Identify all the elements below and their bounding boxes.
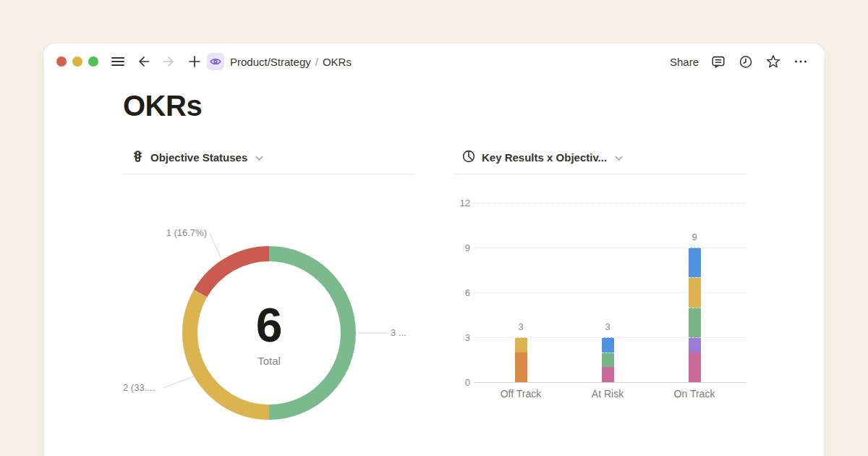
gridline bbox=[474, 292, 746, 293]
y-axis-tick: 6 bbox=[452, 288, 470, 297]
donut-total-value: 6 bbox=[197, 301, 341, 349]
y-axis-tick: 0 bbox=[452, 378, 470, 387]
chart-title: Key Results x Objectiv... bbox=[482, 151, 607, 164]
chevron-down-icon bbox=[255, 151, 263, 164]
sidebar-toggle-icon[interactable] bbox=[110, 53, 126, 70]
minimize-window-button[interactable] bbox=[72, 56, 82, 67]
toolbar-actions: Share bbox=[670, 53, 809, 70]
x-axis-category-label: On Track bbox=[674, 388, 715, 400]
gridline bbox=[474, 382, 746, 383]
comments-icon[interactable] bbox=[710, 53, 726, 70]
app-window: Product/Strategy / OKRs Share OKRs Ob bbox=[43, 43, 825, 456]
breadcrumb-current[interactable]: OKRs bbox=[323, 56, 352, 68]
chart-title: Objective Statuses bbox=[150, 151, 247, 164]
bar-segment[interactable] bbox=[602, 337, 614, 352]
bar-segment[interactable] bbox=[515, 352, 527, 382]
chart-divider bbox=[122, 174, 415, 174]
bar-total-label: 3 bbox=[605, 321, 610, 332]
stacked-bar-chart: 0369123Off Track3At Risk9On Track bbox=[452, 195, 746, 413]
y-axis-tick: 12 bbox=[452, 198, 470, 208]
y-axis-tick: 3 bbox=[452, 333, 470, 342]
donut-chart: 6 Total 3 ... 2 (33.... 1 (16.7%) bbox=[122, 181, 415, 427]
x-axis-category-label: Off Track bbox=[501, 388, 542, 400]
bar-segment[interactable] bbox=[689, 352, 701, 382]
share-button[interactable]: Share bbox=[670, 56, 699, 68]
chevron-down-icon bbox=[615, 151, 623, 164]
close-window-button[interactable] bbox=[56, 56, 67, 67]
forward-icon[interactable] bbox=[161, 53, 176, 70]
breadcrumb: Product/Strategy / OKRs bbox=[230, 56, 352, 68]
bar-total-label: 9 bbox=[692, 232, 697, 242]
window-controls bbox=[56, 56, 98, 67]
page-title[interactable]: OKRs bbox=[123, 90, 202, 122]
bar-segment[interactable] bbox=[689, 277, 701, 307]
traffic-light-icon bbox=[132, 150, 144, 165]
bar-segment[interactable] bbox=[602, 352, 614, 368]
y-axis-tick: 9 bbox=[452, 243, 470, 253]
x-axis-category-label: At Risk bbox=[592, 388, 624, 400]
zoom-window-button[interactable] bbox=[88, 56, 98, 67]
bar-segment[interactable] bbox=[689, 337, 701, 352]
donut-callout-yellow: 2 (33.... bbox=[123, 382, 155, 393]
new-page-icon[interactable] bbox=[187, 53, 203, 70]
updates-clock-icon[interactable] bbox=[738, 53, 754, 70]
more-options-icon[interactable] bbox=[793, 53, 809, 70]
gridline bbox=[474, 248, 746, 248]
bar-segment[interactable] bbox=[689, 248, 701, 277]
breadcrumb-separator: / bbox=[315, 56, 318, 68]
donut-callout-green: 3 ... bbox=[391, 327, 407, 338]
bar-segment[interactable] bbox=[602, 367, 614, 382]
chart-header-objective-statuses[interactable]: Objective Statuses bbox=[132, 148, 263, 166]
bar-segment[interactable] bbox=[689, 308, 701, 337]
donut-total-label: Total bbox=[197, 355, 341, 367]
bar-total-label: 3 bbox=[518, 321, 523, 332]
favorite-star-icon[interactable] bbox=[765, 53, 781, 70]
back-icon[interactable] bbox=[136, 53, 152, 70]
donut-callout-red: 1 (16.7%) bbox=[148, 227, 207, 238]
pie-chart-icon bbox=[462, 150, 475, 165]
breadcrumb-parent[interactable]: Product/Strategy bbox=[230, 56, 311, 68]
page-icon-eye[interactable] bbox=[207, 53, 224, 70]
chart-divider bbox=[454, 174, 746, 174]
toolbar: Product/Strategy / OKRs Share bbox=[43, 43, 825, 80]
chart-header-key-results[interactable]: Key Results x Objectiv... bbox=[462, 148, 623, 166]
donut-segment[interactable] bbox=[200, 254, 269, 294]
gridline bbox=[474, 203, 746, 203]
bar-segment[interactable] bbox=[515, 337, 527, 352]
